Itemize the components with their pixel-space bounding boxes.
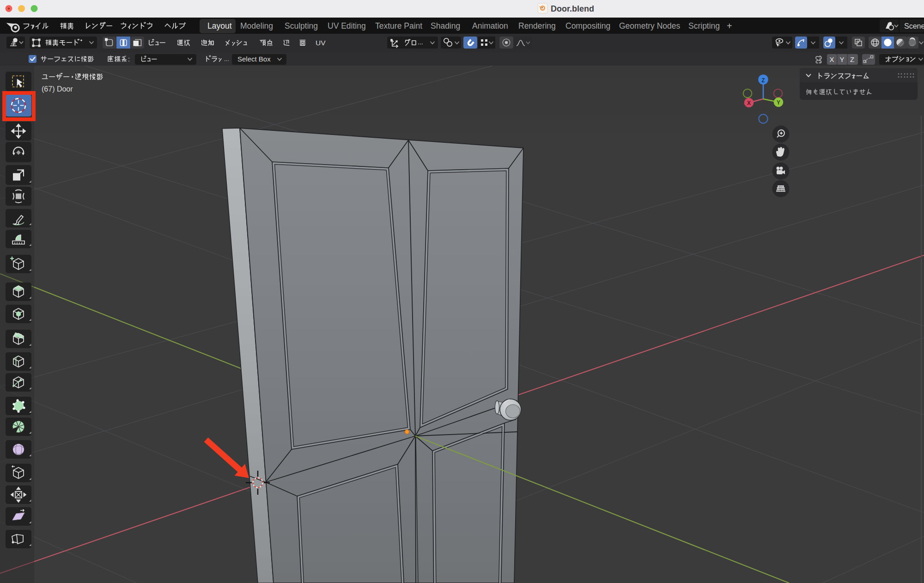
- svg-text:X: X: [747, 100, 751, 106]
- svg-text:Rendering: Rendering: [518, 21, 556, 31]
- svg-text:UV Editing: UV Editing: [328, 21, 366, 31]
- svg-text:Y: Y: [840, 55, 845, 63]
- svg-text:X: X: [830, 55, 834, 63]
- svg-text:Texture Paint: Texture Paint: [375, 21, 422, 31]
- svg-text:Modeling: Modeling: [240, 21, 273, 31]
- svg-text:Animation: Animation: [472, 21, 508, 31]
- svg-text:Select Box: Select Box: [237, 55, 271, 63]
- svg-text:...: ...: [418, 38, 423, 46]
- svg-text:Geometry Nodes: Geometry Nodes: [619, 21, 681, 31]
- svg-text:Sculpting: Sculpting: [285, 21, 318, 31]
- svg-text:Shading: Shading: [431, 21, 460, 31]
- svg-text:Layout: Layout: [207, 21, 232, 31]
- svg-text::: :: [128, 55, 130, 63]
- svg-text:Scripting: Scripting: [688, 21, 720, 31]
- svg-text:Z: Z: [761, 77, 765, 84]
- svg-text:Y: Y: [777, 99, 780, 106]
- svg-text:Scene: Scene: [904, 22, 924, 30]
- svg-text:UV: UV: [316, 39, 326, 47]
- svg-text:Z: Z: [850, 55, 854, 63]
- svg-text:Door.blend: Door.blend: [551, 4, 594, 13]
- svg-text:...: ...: [224, 55, 229, 62]
- svg-text:(67) Door: (67) Door: [42, 85, 73, 93]
- svg-text:+: +: [727, 21, 732, 31]
- svg-text:Compositing: Compositing: [565, 21, 610, 31]
